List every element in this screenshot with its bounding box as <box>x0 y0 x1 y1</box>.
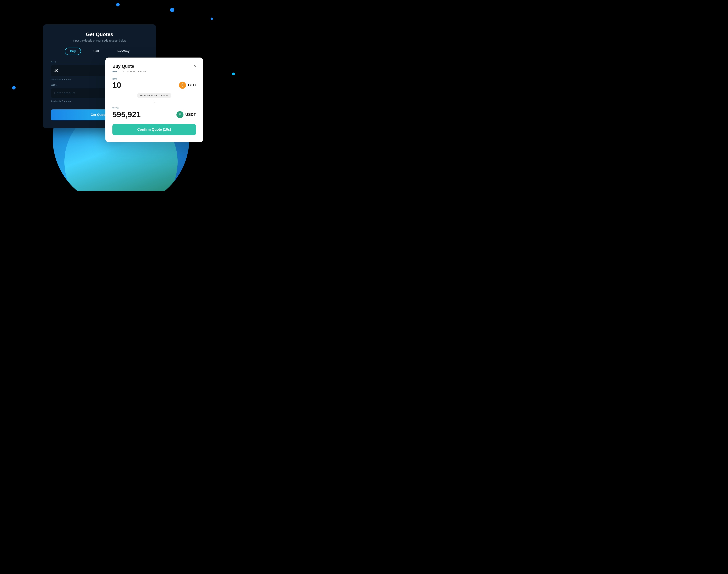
meta-timestamp: 2021-09-23 19:35:02 <box>122 70 146 73</box>
modal-header: Buy Quote × <box>112 64 196 69</box>
decorative-dot-2 <box>170 8 174 12</box>
rate-badge: Rate: 59,592 BTC/USDT <box>137 93 171 98</box>
modal-with-row: 595,921 ₮ USDT <box>112 110 196 119</box>
scene-container: Get Quotes Input the details of your tra… <box>33 13 209 178</box>
meta-type-badge: BUY <box>112 71 117 73</box>
modal-title: Buy Quote <box>112 64 134 69</box>
modal-with-currency: ₮ USDT <box>177 111 196 118</box>
modal-buy-amount: 10 <box>112 81 121 89</box>
modal-with-amount: 595,921 <box>112 110 141 119</box>
tab-buy[interactable]: Buy <box>65 48 81 55</box>
confirm-quote-button[interactable]: Confirm Quote (10s) <box>112 124 196 135</box>
modal-buy-label: BUY <box>112 78 196 80</box>
decorative-dot-3 <box>210 17 213 20</box>
modal-meta: BUY 2021-09-23 19:35:02 <box>112 70 196 73</box>
buy-quote-modal: Buy Quote × BUY 2021-09-23 19:35:02 BUY … <box>105 57 203 142</box>
tab-two-way[interactable]: Two-Way <box>111 48 134 55</box>
decorative-dot-4 <box>12 86 15 89</box>
get-quotes-subtitle: Input the details of your trade request … <box>51 39 148 42</box>
modal-buy-row: 10 ₿ BTC <box>112 81 196 89</box>
modal-buy-currency: ₿ BTC <box>179 82 196 89</box>
get-quotes-title: Get Quotes <box>51 31 148 37</box>
modal-buy-currency-label: BTC <box>188 83 196 87</box>
modal-btc-icon: ₿ <box>179 82 186 89</box>
decorative-dot-5 <box>232 73 235 75</box>
trade-type-tabs: Buy Sell Two-Way <box>51 48 148 55</box>
usdt-icon: ₮ <box>177 111 184 118</box>
rate-arrow-section: Rate: 59,592 BTC/USDT ↓ <box>112 93 196 104</box>
tab-sell[interactable]: Sell <box>89 48 104 55</box>
modal-with-label: WITH <box>112 107 196 110</box>
meta-divider <box>120 70 120 73</box>
arrow-down-icon: ↓ <box>153 99 155 104</box>
close-button[interactable]: × <box>193 64 196 68</box>
decorative-dot-1 <box>116 3 120 6</box>
modal-with-currency-label: USDT <box>185 112 196 117</box>
